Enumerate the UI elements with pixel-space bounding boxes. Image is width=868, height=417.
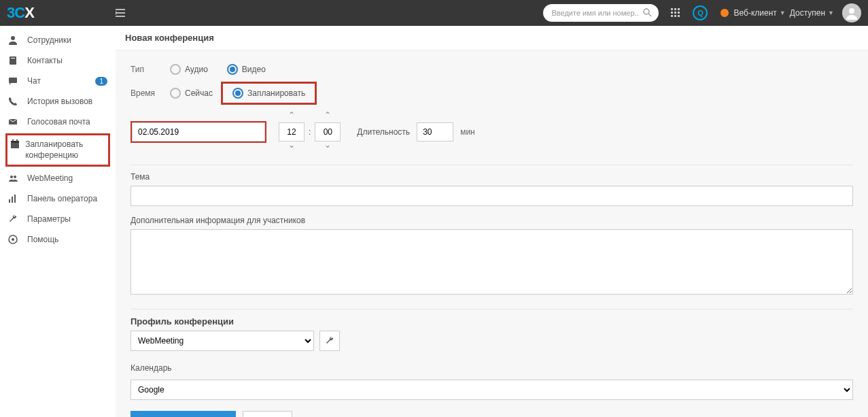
svg-rect-23 [9, 199, 10, 203]
top-bar: 3CX Q Веб-клиент▼ Доступен▼ [0, 0, 868, 26]
sidebar-item-schedule-conference[interactable]: Запланировать конференцию [7, 135, 108, 165]
caret-down-icon: ▼ [780, 10, 786, 16]
sidebar-item-webmeeting[interactable]: WebMeeting [0, 168, 116, 188]
calendar-select[interactable]: Google [131, 380, 853, 400]
schedule-highlight: Запланировать [221, 82, 317, 105]
separator [131, 165, 853, 165]
time-colon: : [309, 127, 311, 137]
status-label: Доступен [790, 8, 825, 18]
sidebar-toggle-icon[interactable] [116, 9, 125, 17]
radio-schedule-label: Запланировать [247, 88, 305, 98]
sidebar-item-employees[interactable]: Сотрудники [0, 30, 116, 50]
chevron-down-icon[interactable]: ⌄ [288, 141, 295, 152]
chevron-down-icon[interactable]: ⌄ [324, 141, 331, 152]
wrench-icon [8, 214, 22, 224]
caret-down-icon: ▼ [828, 10, 834, 16]
group-icon [8, 173, 22, 183]
notes-label: Дополнительная информация для участников [131, 216, 853, 225]
minute-input[interactable] [315, 122, 341, 141]
mail-icon [8, 117, 22, 127]
chat-icon [8, 76, 22, 86]
sidebar-item-label: Запланировать конференцию [25, 139, 105, 161]
svg-rect-20 [16, 139, 18, 141]
search-input[interactable] [543, 4, 659, 22]
sidebar-item-operator-panel[interactable]: Панель оператора [0, 188, 116, 209]
avatar[interactable] [842, 3, 861, 22]
profile-label: Профиль конференции [131, 316, 853, 327]
book-icon [8, 56, 22, 65]
notes-textarea[interactable] [131, 229, 853, 295]
content-area: Новая конференция Тип Аудио Видео Время … [116, 26, 868, 417]
date-input[interactable] [132, 122, 265, 141]
dialpad-icon[interactable] [671, 8, 680, 18]
svg-rect-2 [671, 8, 673, 10]
chevron-up-icon[interactable]: ⌃ [324, 112, 331, 122]
radio-video[interactable] [227, 64, 238, 75]
sidebar-item-label: Панель оператора [27, 194, 97, 203]
client-dropdown[interactable]: Веб-клиент▼ [733, 8, 785, 18]
search-wrap [543, 4, 659, 22]
svg-rect-18 [11, 141, 19, 143]
svg-rect-3 [674, 8, 676, 10]
svg-rect-25 [14, 195, 16, 203]
radio-schedule[interactable] [232, 88, 243, 99]
sidebar-item-label: Чат [27, 76, 41, 86]
svg-rect-7 [678, 12, 680, 14]
sidebar-item-label: Голосовая почта [27, 117, 90, 127]
svg-point-0 [644, 9, 649, 14]
sidebar-item-chat[interactable]: Чат 1 [0, 71, 116, 91]
status-indicator-icon[interactable] [720, 8, 729, 18]
client-label: Веб-клиент [733, 8, 776, 18]
svg-rect-6 [674, 12, 676, 14]
bars-icon [8, 194, 22, 203]
logo-suffix: X [24, 4, 34, 21]
logo: 3CX [7, 4, 109, 22]
gear-icon [8, 235, 22, 244]
radio-audio[interactable] [170, 64, 181, 75]
svg-rect-5 [671, 12, 673, 14]
create-button[interactable]: Создать конференцию [131, 411, 236, 417]
action-row: Создать конференцию Отмена [131, 411, 853, 417]
profile-select[interactable]: WebMeeting [131, 331, 314, 351]
type-row: Тип Аудио Видео [131, 64, 853, 75]
svg-rect-13 [10, 56, 16, 65]
phone-icon [8, 97, 22, 106]
profile-settings-button[interactable] [319, 331, 340, 351]
sidebar-item-label: Помощь [27, 235, 58, 244]
calendar-label: Календарь [131, 363, 853, 373]
calendar-icon [10, 139, 20, 149]
sidebar-item-label: Сотрудники [27, 35, 71, 45]
radio-video-label: Видео [242, 65, 266, 74]
svg-point-11 [849, 8, 854, 14]
logo-prefix: 3C [7, 4, 24, 21]
sidebar-item-voicemail[interactable]: Голосовая почта [0, 112, 116, 132]
sidebar-item-label: История вызовов [27, 97, 92, 106]
sidebar-item-help[interactable]: Помощь [0, 229, 116, 250]
svg-rect-8 [671, 15, 673, 17]
sidebar-item-contacts[interactable]: Контакты [0, 50, 116, 71]
svg-rect-10 [678, 15, 680, 17]
svg-point-21 [10, 176, 13, 178]
subject-input[interactable] [131, 186, 853, 206]
search-icon[interactable] [643, 8, 652, 17]
sidebar-item-settings[interactable]: Параметры [0, 209, 116, 229]
sidebar-item-label: Контакты [27, 56, 63, 65]
user-icon [8, 35, 22, 45]
sidebar-item-call-history[interactable]: История вызовов [0, 91, 116, 112]
duration-input[interactable] [417, 122, 453, 141]
hour-input[interactable] [279, 122, 305, 141]
queue-icon[interactable]: Q [693, 5, 708, 20]
svg-rect-4 [678, 8, 680, 10]
chevron-up-icon[interactable]: ⌃ [288, 112, 295, 122]
svg-rect-15 [9, 78, 17, 83]
svg-point-27 [12, 238, 14, 241]
radio-now[interactable] [170, 88, 181, 99]
svg-rect-19 [12, 139, 14, 141]
cancel-button[interactable]: Отмена [243, 411, 292, 417]
separator [131, 309, 853, 310]
status-dropdown[interactable]: Доступен▼ [790, 8, 834, 18]
svg-rect-9 [674, 15, 676, 17]
svg-line-1 [648, 14, 651, 16]
time-label: Время [131, 88, 170, 98]
unread-badge: 1 [95, 77, 107, 86]
